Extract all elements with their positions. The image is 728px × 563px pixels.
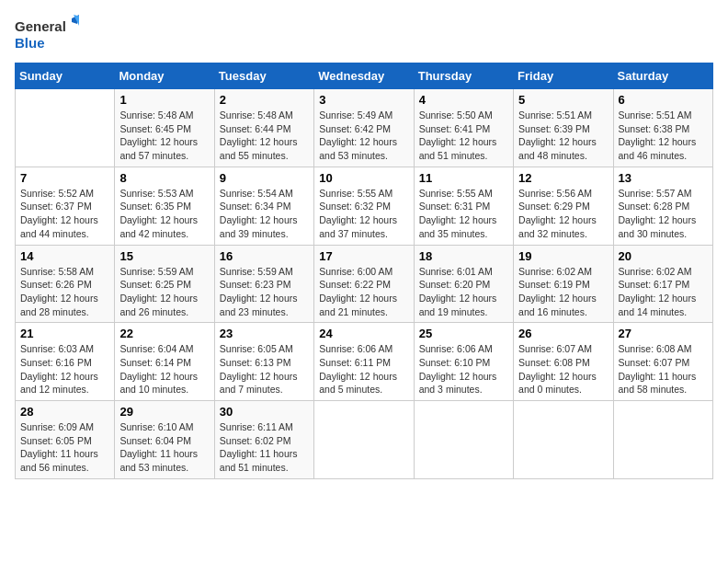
day-info: Sunrise: 6:06 AM Sunset: 6:10 PM Dayligh… bbox=[419, 342, 508, 396]
calendar-cell: 30Sunrise: 6:11 AM Sunset: 6:02 PM Dayli… bbox=[214, 401, 313, 479]
calendar-cell: 13Sunrise: 5:57 AM Sunset: 6:28 PM Dayli… bbox=[613, 167, 712, 245]
calendar-cell: 22Sunrise: 6:04 AM Sunset: 6:14 PM Dayli… bbox=[115, 323, 214, 401]
day-number: 26 bbox=[518, 327, 608, 340]
day-number: 18 bbox=[419, 249, 508, 263]
day-info: Sunrise: 5:55 AM Sunset: 6:32 PM Dayligh… bbox=[319, 187, 408, 241]
day-number: 22 bbox=[119, 327, 209, 340]
calendar-cell: 14Sunrise: 5:58 AM Sunset: 6:26 PM Dayli… bbox=[16, 245, 115, 323]
calendar-cell: 28Sunrise: 6:09 AM Sunset: 6:05 PM Dayli… bbox=[16, 401, 115, 479]
day-number: 14 bbox=[20, 249, 109, 263]
calendar-cell: 29Sunrise: 6:10 AM Sunset: 6:04 PM Dayli… bbox=[115, 401, 214, 479]
day-info: Sunrise: 6:01 AM Sunset: 6:20 PM Dayligh… bbox=[419, 265, 508, 319]
calendar-cell: 18Sunrise: 6:01 AM Sunset: 6:20 PM Dayli… bbox=[414, 245, 513, 323]
logo-svg: General Blue bbox=[15, 15, 79, 55]
calendar-cell: 2Sunrise: 5:48 AM Sunset: 6:44 PM Daylig… bbox=[214, 89, 313, 167]
day-number: 6 bbox=[619, 93, 708, 107]
calendar-cell: 24Sunrise: 6:06 AM Sunset: 6:11 PM Dayli… bbox=[314, 323, 414, 401]
day-info: Sunrise: 6:04 AM Sunset: 6:14 PM Dayligh… bbox=[119, 342, 209, 396]
day-number: 17 bbox=[319, 249, 408, 263]
day-info: Sunrise: 6:05 AM Sunset: 6:13 PM Dayligh… bbox=[220, 342, 309, 396]
day-info: Sunrise: 5:54 AM Sunset: 6:34 PM Dayligh… bbox=[220, 187, 309, 241]
day-number: 19 bbox=[518, 249, 608, 263]
day-info: Sunrise: 6:02 AM Sunset: 6:17 PM Dayligh… bbox=[619, 265, 708, 319]
calendar-cell bbox=[514, 401, 613, 479]
calendar-cell: 23Sunrise: 6:05 AM Sunset: 6:13 PM Dayli… bbox=[214, 323, 313, 401]
day-info: Sunrise: 5:57 AM Sunset: 6:28 PM Dayligh… bbox=[619, 187, 708, 241]
calendar-cell: 1Sunrise: 5:48 AM Sunset: 6:45 PM Daylig… bbox=[115, 89, 214, 167]
day-info: Sunrise: 6:06 AM Sunset: 6:11 PM Dayligh… bbox=[319, 342, 408, 396]
calendar-cell: 25Sunrise: 6:06 AM Sunset: 6:10 PM Dayli… bbox=[414, 323, 513, 401]
calendar-cell: 7Sunrise: 5:52 AM Sunset: 6:37 PM Daylig… bbox=[16, 167, 115, 245]
column-header-wednesday: Wednesday bbox=[314, 63, 414, 89]
calendar-cell: 8Sunrise: 5:53 AM Sunset: 6:35 PM Daylig… bbox=[115, 167, 214, 245]
calendar-cell: 20Sunrise: 6:02 AM Sunset: 6:17 PM Dayli… bbox=[613, 245, 712, 323]
day-info: Sunrise: 6:09 AM Sunset: 6:05 PM Dayligh… bbox=[20, 420, 109, 475]
calendar-cell: 11Sunrise: 5:55 AM Sunset: 6:31 PM Dayli… bbox=[414, 167, 513, 245]
column-header-monday: Monday bbox=[115, 63, 214, 89]
week-row-3: 14Sunrise: 5:58 AM Sunset: 6:26 PM Dayli… bbox=[16, 245, 713, 323]
day-info: Sunrise: 6:10 AM Sunset: 6:04 PM Dayligh… bbox=[119, 420, 209, 475]
header-row: SundayMondayTuesdayWednesdayThursdayFrid… bbox=[16, 63, 713, 89]
day-number: 28 bbox=[20, 405, 109, 419]
day-number: 30 bbox=[220, 405, 309, 419]
column-header-sunday: Sunday bbox=[16, 63, 115, 89]
calendar-table: SundayMondayTuesdayWednesdayThursdayFrid… bbox=[15, 63, 713, 479]
calendar-cell: 12Sunrise: 5:56 AM Sunset: 6:29 PM Dayli… bbox=[514, 167, 613, 245]
calendar-cell: 15Sunrise: 5:59 AM Sunset: 6:25 PM Dayli… bbox=[115, 245, 214, 323]
week-row-1: 1Sunrise: 5:48 AM Sunset: 6:45 PM Daylig… bbox=[16, 89, 713, 167]
day-info: Sunrise: 6:03 AM Sunset: 6:16 PM Dayligh… bbox=[20, 342, 109, 396]
calendar-cell: 4Sunrise: 5:50 AM Sunset: 6:41 PM Daylig… bbox=[414, 89, 513, 167]
day-info: Sunrise: 5:56 AM Sunset: 6:29 PM Dayligh… bbox=[518, 187, 608, 241]
calendar-cell: 27Sunrise: 6:08 AM Sunset: 6:07 PM Dayli… bbox=[613, 323, 712, 401]
day-number: 1 bbox=[119, 93, 209, 107]
day-number: 20 bbox=[619, 249, 708, 263]
week-row-2: 7Sunrise: 5:52 AM Sunset: 6:37 PM Daylig… bbox=[16, 167, 713, 245]
calendar-cell: 3Sunrise: 5:49 AM Sunset: 6:42 PM Daylig… bbox=[314, 89, 414, 167]
day-number: 23 bbox=[220, 327, 309, 340]
day-number: 15 bbox=[119, 249, 209, 263]
calendar-cell: 16Sunrise: 5:59 AM Sunset: 6:23 PM Dayli… bbox=[214, 245, 313, 323]
day-number: 8 bbox=[119, 171, 209, 185]
calendar-cell: 9Sunrise: 5:54 AM Sunset: 6:34 PM Daylig… bbox=[214, 167, 313, 245]
day-info: Sunrise: 5:55 AM Sunset: 6:31 PM Dayligh… bbox=[419, 187, 508, 241]
week-row-4: 21Sunrise: 6:03 AM Sunset: 6:16 PM Dayli… bbox=[16, 323, 713, 401]
column-header-thursday: Thursday bbox=[414, 63, 513, 89]
day-number: 11 bbox=[419, 171, 508, 185]
day-number: 9 bbox=[220, 171, 309, 185]
day-number: 3 bbox=[319, 93, 408, 107]
calendar-cell bbox=[613, 401, 712, 479]
day-number: 16 bbox=[220, 249, 309, 263]
calendar-cell: 26Sunrise: 6:07 AM Sunset: 6:08 PM Dayli… bbox=[514, 323, 613, 401]
calendar-cell bbox=[414, 401, 513, 479]
day-number: 12 bbox=[518, 171, 608, 185]
page-header: General Blue bbox=[15, 15, 713, 55]
calendar-cell: 6Sunrise: 5:51 AM Sunset: 6:38 PM Daylig… bbox=[613, 89, 712, 167]
day-number: 10 bbox=[319, 171, 408, 185]
column-header-friday: Friday bbox=[514, 63, 613, 89]
calendar-cell: 5Sunrise: 5:51 AM Sunset: 6:39 PM Daylig… bbox=[514, 89, 613, 167]
day-info: Sunrise: 6:08 AM Sunset: 6:07 PM Dayligh… bbox=[619, 342, 708, 396]
day-info: Sunrise: 5:48 AM Sunset: 6:44 PM Dayligh… bbox=[220, 109, 309, 163]
day-info: Sunrise: 6:00 AM Sunset: 6:22 PM Dayligh… bbox=[319, 265, 408, 319]
svg-text:General: General bbox=[15, 18, 66, 34]
calendar-cell: 10Sunrise: 5:55 AM Sunset: 6:32 PM Dayli… bbox=[314, 167, 414, 245]
day-number: 2 bbox=[220, 93, 309, 107]
calendar-cell bbox=[314, 401, 414, 479]
day-number: 5 bbox=[518, 93, 608, 107]
day-info: Sunrise: 5:59 AM Sunset: 6:25 PM Dayligh… bbox=[119, 265, 209, 319]
day-info: Sunrise: 5:51 AM Sunset: 6:38 PM Dayligh… bbox=[619, 109, 708, 163]
column-header-saturday: Saturday bbox=[613, 63, 712, 89]
calendar-cell: 21Sunrise: 6:03 AM Sunset: 6:16 PM Dayli… bbox=[16, 323, 115, 401]
week-row-5: 28Sunrise: 6:09 AM Sunset: 6:05 PM Dayli… bbox=[16, 401, 713, 479]
day-number: 27 bbox=[619, 327, 708, 340]
day-number: 24 bbox=[319, 327, 408, 340]
logo: General Blue bbox=[15, 15, 79, 55]
column-header-tuesday: Tuesday bbox=[214, 63, 313, 89]
day-info: Sunrise: 6:02 AM Sunset: 6:19 PM Dayligh… bbox=[518, 265, 608, 319]
day-number: 4 bbox=[419, 93, 508, 107]
calendar-cell: 17Sunrise: 6:00 AM Sunset: 6:22 PM Dayli… bbox=[314, 245, 414, 323]
day-number: 21 bbox=[20, 327, 109, 340]
svg-text:Blue: Blue bbox=[15, 35, 45, 51]
day-number: 7 bbox=[20, 171, 109, 185]
day-info: Sunrise: 5:52 AM Sunset: 6:37 PM Dayligh… bbox=[20, 187, 109, 241]
